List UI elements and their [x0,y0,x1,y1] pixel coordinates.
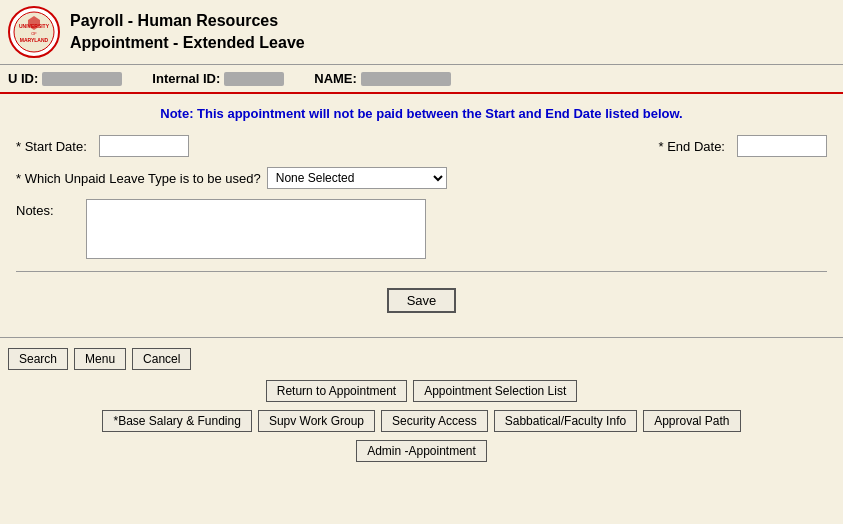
base-salary-button[interactable]: *Base Salary & Funding [102,410,251,432]
nav-buttons-row3: Admin -Appointment [0,436,843,466]
internal-id-label: Internal ID: [152,71,220,86]
admin-appointment-button[interactable]: Admin -Appointment [356,440,487,462]
name-label: NAME: [314,71,357,86]
internal-id-info: Internal ID: [152,71,284,86]
dates-row: * Start Date: * End Date: [16,135,827,157]
start-date-input[interactable] [99,135,189,157]
end-date-label: * End Date: [659,139,726,154]
internal-id-value [224,72,284,86]
content-area: Note: This appointment will not be paid … [0,94,843,333]
notes-row: Notes: [16,199,827,259]
name-info: NAME: [314,71,451,86]
save-row: Save [16,280,827,321]
sabbatical-faculty-button[interactable]: Sabbatical/Faculty Info [494,410,637,432]
svg-text:MARYLAND: MARYLAND [20,37,49,43]
notes-label: Notes: [16,199,76,218]
user-info-bar: U ID: Internal ID: NAME: [0,65,843,94]
uid-label: U ID: [8,71,38,86]
note-text: Note: This appointment will not be paid … [16,106,827,121]
university-logo: UNIVERSITY OF MARYLAND [8,6,60,58]
save-button[interactable]: Save [387,288,457,313]
uid-value [42,72,122,86]
leave-type-row: * Which Unpaid Leave Type is to be used?… [16,167,827,189]
security-access-button[interactable]: Security Access [381,410,488,432]
nav-buttons-row1: Return to Appointment Appointment Select… [0,376,843,406]
end-date-group: * End Date: [659,135,828,157]
header: UNIVERSITY OF MARYLAND Payroll - Human R… [0,0,843,65]
cancel-button[interactable]: Cancel [132,348,191,370]
approval-path-button[interactable]: Approval Path [643,410,740,432]
search-button[interactable]: Search [8,348,68,370]
action-buttons-row: Search Menu Cancel [0,342,843,376]
end-date-input[interactable] [737,135,827,157]
menu-button[interactable]: Menu [74,348,126,370]
start-date-group: * Start Date: [16,135,189,157]
return-to-appointment-button[interactable]: Return to Appointment [266,380,407,402]
leave-type-label: * Which Unpaid Leave Type is to be used? [16,171,261,186]
notes-textarea[interactable] [86,199,426,259]
svg-text:OF: OF [31,31,37,36]
appointment-selection-list-button[interactable]: Appointment Selection List [413,380,577,402]
start-date-label: * Start Date: [16,139,87,154]
uid-info: U ID: [8,71,122,86]
form-divider [16,271,827,272]
nav-buttons-row2: *Base Salary & Funding Supv Work Group S… [0,406,843,436]
supv-work-group-button[interactable]: Supv Work Group [258,410,375,432]
name-value [361,72,451,86]
page-title: Payroll - Human Resources Appointment - … [70,10,305,55]
bottom-divider1 [0,337,843,338]
leave-type-select[interactable]: None Selected FMLA Personal Military Sab… [267,167,447,189]
